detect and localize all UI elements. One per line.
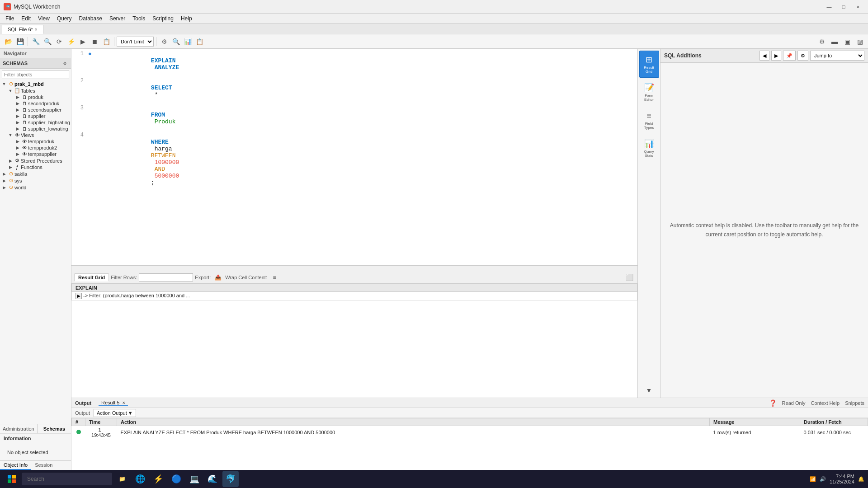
- result-5-close[interactable]: ×: [122, 400, 125, 405]
- tree-item-tempproduk[interactable]: ▶ 👁 tempproduk: [0, 138, 71, 145]
- tree-item-supplier-low[interactable]: ▶ 🗒 supplier_lowrating: [0, 126, 71, 132]
- tree-item-stored-procs[interactable]: ▶ ⚙ Stored Procedures: [0, 157, 71, 164]
- side-panel-down-btn[interactable]: ▼: [644, 385, 655, 396]
- toolbar-save[interactable]: 💾: [14, 36, 25, 47]
- toolbar-open[interactable]: 📂: [3, 36, 14, 47]
- taskbar-app-explorer[interactable]: 📁: [114, 471, 130, 487]
- toolbar-inspect[interactable]: 🔍: [42, 36, 53, 47]
- menu-query[interactable]: Query: [53, 14, 75, 23]
- sql-tabs-row: SQL File 6* ×: [0, 23, 868, 34]
- sakila-schema-icon: ⊙: [7, 171, 14, 177]
- side-btn-query-stats[interactable]: 📊 QueryStats: [639, 135, 659, 162]
- menu-server[interactable]: Server: [106, 14, 129, 23]
- taskbar-search-input[interactable]: [22, 473, 112, 485]
- filter-objects-input[interactable]: [2, 70, 69, 79]
- tree-item-world[interactable]: ▶ ⊙ world: [0, 184, 71, 191]
- menu-edit[interactable]: Edit: [18, 14, 34, 23]
- tree-item-sakila[interactable]: ▶ ⊙ sakila: [0, 170, 71, 177]
- tab-object-info[interactable]: Object Info: [0, 461, 31, 470]
- menu-file[interactable]: File: [2, 14, 18, 23]
- views-icon: 👁: [14, 132, 21, 138]
- tree-item-secondproduk[interactable]: ▶ 🗒 secondproduk: [0, 100, 71, 107]
- taskbar-app-2[interactable]: 🔵: [168, 471, 184, 487]
- menu-help[interactable]: Help: [177, 14, 196, 23]
- result-fullscreen-btn[interactable]: ⬜: [624, 272, 635, 283]
- toolbar-btn1[interactable]: ⚙: [159, 36, 170, 47]
- output-table-container[interactable]: # Time Action Message Duration / Fetch: [71, 418, 868, 470]
- toolbar-view1[interactable]: ▬: [829, 36, 840, 47]
- toolbar-view3[interactable]: ▨: [854, 36, 865, 47]
- toolbar-settings-icon[interactable]: ⚙: [816, 36, 827, 47]
- sql-editor[interactable]: 1 ● EXPLAIN ANALYZE 2 SELECT: [71, 49, 637, 266]
- schemas-header: SCHEMAS ⚙: [0, 58, 71, 69]
- functions-label: Functions: [21, 164, 71, 170]
- jump-to-select[interactable]: Jump to: [810, 51, 864, 61]
- result-5-label: Result 5: [101, 400, 119, 405]
- tab-close-icon[interactable]: ×: [35, 27, 38, 32]
- limit-select[interactable]: Don't Limit 1000 5000: [117, 37, 154, 47]
- export-btn[interactable]: 📤: [212, 272, 223, 283]
- taskbar-app-browser[interactable]: 🌐: [132, 471, 148, 487]
- taskbar-app-1[interactable]: ⚡: [150, 471, 166, 487]
- tree-item-produk[interactable]: ▶ 🗒 produk: [0, 94, 71, 100]
- h-scrollbar[interactable]: [71, 266, 637, 271]
- taskbar-search-btn[interactable]: [22, 471, 112, 487]
- tree-item-secondsupplier[interactable]: ▶ 🗒 secondsupplier: [0, 107, 71, 113]
- nav-tab-administration[interactable]: Administration: [0, 424, 38, 433]
- result-grid-tab[interactable]: Result Grid: [74, 273, 109, 282]
- output-label: Output: [75, 400, 91, 406]
- taskbar-app-3[interactable]: 💻: [186, 471, 203, 487]
- action-output-select[interactable]: Action Output ▼: [94, 409, 136, 417]
- tree-item-sys[interactable]: ▶ ⊙ sys: [0, 177, 71, 184]
- menu-database[interactable]: Database: [75, 14, 106, 23]
- wrap-btn[interactable]: ≡: [269, 272, 280, 283]
- toolbar-btn4[interactable]: 📋: [194, 36, 205, 47]
- toolbar-btn2[interactable]: 🔍: [170, 36, 181, 47]
- toolbar-explain[interactable]: 📋: [101, 36, 112, 47]
- toolbar-stop[interactable]: ⏹: [89, 36, 100, 47]
- sql-add-pin-btn[interactable]: 📌: [783, 51, 796, 61]
- tree-item-tempproduk2[interactable]: ▶ 👁 tempproduk2: [0, 145, 71, 151]
- sql-add-prev-btn[interactable]: ◀: [760, 51, 769, 61]
- toolbar-refresh[interactable]: ⟳: [54, 36, 65, 47]
- toolbar-exec[interactable]: ⚡: [66, 36, 76, 47]
- table-icon6: 🗒: [21, 126, 28, 131]
- toolbar-exec-current[interactable]: ▶: [77, 36, 88, 47]
- tree-item-functions[interactable]: ▶ ƒ Functions: [0, 164, 71, 170]
- side-btn-result-grid[interactable]: ⊞ ResultGrid: [639, 51, 659, 78]
- close-button[interactable]: ×: [852, 2, 864, 11]
- sql-tab-active[interactable]: SQL File 6* ×: [2, 25, 43, 34]
- side-btn-form-editor[interactable]: 📝 FormEditor: [639, 79, 659, 106]
- row-expand-btn[interactable]: ▶: [75, 293, 82, 299]
- tree-item-supplier[interactable]: ▶ 🗒 supplier: [0, 113, 71, 119]
- schema-settings-btn[interactable]: ⚙: [61, 60, 68, 67]
- start-button[interactable]: [4, 471, 20, 487]
- app-icon: 🐬: [4, 3, 11, 10]
- menu-view[interactable]: View: [34, 14, 53, 23]
- minimize-button[interactable]: —: [823, 2, 835, 11]
- filter-rows-input[interactable]: [139, 273, 193, 282]
- functions-icon: ƒ: [14, 164, 21, 170]
- nav-tab-schemas[interactable]: Schemas: [38, 424, 71, 433]
- taskbar-notification-icon[interactable]: 🔔: [858, 476, 864, 482]
- toolbar-view2[interactable]: ▣: [842, 36, 853, 47]
- result-grid-content[interactable]: EXPLAIN ▶ -> Filter: (produk.harga betwe…: [71, 284, 637, 398]
- tab-session[interactable]: Session: [31, 461, 56, 470]
- toolbar-btn3[interactable]: 📊: [182, 36, 193, 47]
- tree-item-views[interactable]: ▼ 👁 Views: [0, 132, 71, 138]
- sql-add-config-btn[interactable]: ⚙: [797, 51, 808, 61]
- menu-scripting[interactable]: Scripting: [149, 14, 177, 23]
- tree-item-tempsupplier[interactable]: ▶ 👁 tempsupplier: [0, 151, 71, 157]
- tree-item-tables[interactable]: ▼ 📋 Tables: [0, 87, 71, 94]
- tree-item-prak1mbd[interactable]: ▼ ⊙ prak_1_mbd: [0, 80, 71, 87]
- menu-tools[interactable]: Tools: [129, 14, 149, 23]
- toolbar-create-schema[interactable]: 🔧: [30, 36, 41, 47]
- taskbar-app-mysql[interactable]: 🐬: [222, 471, 239, 487]
- navigator-header: Navigator: [0, 49, 71, 58]
- sql-add-next-btn[interactable]: ▶: [771, 51, 781, 61]
- side-btn-field-types[interactable]: ≡ FieldTypes: [639, 107, 659, 134]
- tree-item-supplier-high[interactable]: ▶ 🗒 supplier_highrating: [0, 119, 71, 126]
- maximize-button[interactable]: □: [837, 2, 850, 11]
- result-5-tab[interactable]: Result 5 ×: [99, 400, 128, 406]
- taskbar-app-4[interactable]: 🌊: [204, 471, 221, 487]
